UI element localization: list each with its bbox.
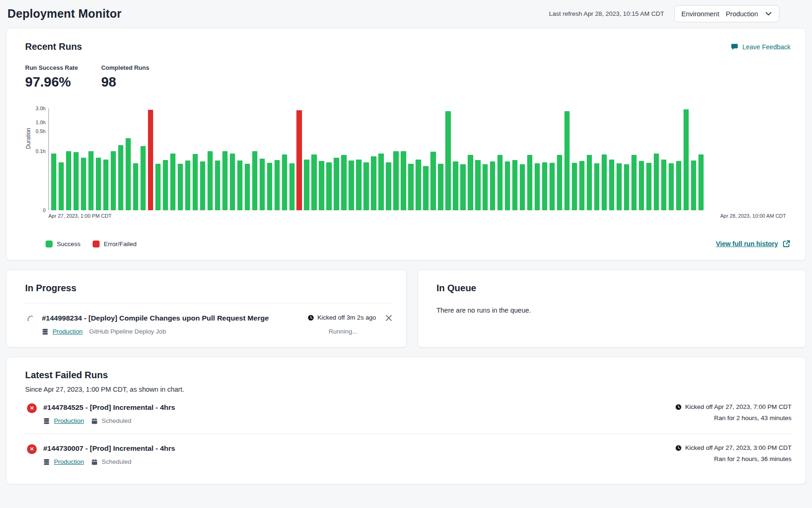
chart-bar-success[interactable] bbox=[126, 138, 131, 210]
chart-bar-success[interactable] bbox=[282, 154, 287, 210]
chart-bar-success[interactable] bbox=[408, 164, 413, 210]
in-queue-title: In Queue bbox=[436, 283, 792, 294]
environment-link[interactable]: Production bbox=[54, 458, 84, 465]
chart-bar-success[interactable] bbox=[497, 155, 503, 210]
chart-bar-success[interactable] bbox=[200, 161, 205, 210]
chart-bar-failed[interactable] bbox=[148, 110, 153, 210]
chart-bar-success[interactable] bbox=[215, 160, 220, 210]
chart-bar-success[interactable] bbox=[178, 164, 183, 210]
chart-bar-success[interactable] bbox=[185, 160, 190, 210]
environment-dropdown[interactable]: Environment Production bbox=[674, 5, 779, 22]
chart-bar-success[interactable] bbox=[252, 151, 257, 210]
chart-bar-success[interactable] bbox=[334, 158, 339, 210]
chart-bar-success[interactable] bbox=[260, 159, 265, 210]
chart-bar-success[interactable] bbox=[468, 155, 473, 210]
chart-bar-success[interactable] bbox=[319, 161, 324, 210]
chart-bar-success[interactable] bbox=[646, 163, 651, 210]
chart-bar-success[interactable] bbox=[564, 111, 570, 210]
chart-bar-success[interactable] bbox=[505, 161, 510, 210]
chart-bar-success[interactable] bbox=[542, 162, 547, 210]
chart-bar-success[interactable] bbox=[624, 164, 629, 210]
close-icon[interactable] bbox=[385, 314, 392, 323]
view-history-label: View full run history bbox=[716, 240, 778, 247]
chart-bar-success[interactable] bbox=[155, 164, 161, 210]
chart-bar-success[interactable] bbox=[51, 154, 56, 210]
chart-bar-success[interactable] bbox=[230, 154, 235, 210]
chart-bar-success[interactable] bbox=[639, 161, 644, 210]
chart-bar-success[interactable] bbox=[386, 162, 391, 210]
chart-bar-success[interactable] bbox=[423, 166, 428, 211]
chart-bar-success[interactable] bbox=[669, 163, 674, 210]
chart-bar-success[interactable] bbox=[587, 155, 592, 210]
chart-bar-success[interactable] bbox=[475, 160, 480, 210]
chart-bar-success[interactable] bbox=[133, 163, 138, 210]
chart-bar-success[interactable] bbox=[326, 162, 331, 210]
chart-bar-success[interactable] bbox=[341, 155, 346, 210]
chart-bar-success[interactable] bbox=[535, 163, 540, 210]
chart-bar-success[interactable] bbox=[445, 111, 450, 210]
in-progress-card: In Progress #144998234 - [Deploy] Compil… bbox=[6, 270, 407, 348]
chart-bar-success[interactable] bbox=[349, 160, 354, 210]
chart-bar-success[interactable] bbox=[289, 163, 295, 210]
chart-bar-success[interactable] bbox=[609, 160, 614, 210]
chart-bar-success[interactable] bbox=[267, 163, 272, 210]
chart-bar-success[interactable] bbox=[572, 163, 577, 210]
chart-bar-success[interactable] bbox=[81, 158, 86, 210]
chart-bar-success[interactable] bbox=[66, 151, 71, 210]
chart-bar-success[interactable] bbox=[617, 163, 622, 210]
chart-bar-success[interactable] bbox=[631, 155, 637, 210]
chart-bar-success[interactable] bbox=[654, 154, 659, 210]
chart-bar-success[interactable] bbox=[512, 160, 517, 210]
in-queue-card: In Queue There are no runs in the queue. bbox=[417, 270, 806, 348]
chart-bar-success[interactable] bbox=[378, 154, 383, 210]
chart-bar-success[interactable] bbox=[416, 160, 421, 210]
chart-bar-success[interactable] bbox=[222, 151, 228, 210]
chart-bar-success[interactable] bbox=[594, 163, 599, 210]
chart-bar-success[interactable] bbox=[96, 158, 101, 210]
chart-bar-success[interactable] bbox=[163, 160, 168, 210]
chart-bar-success[interactable] bbox=[103, 160, 108, 210]
chart-bar-success[interactable] bbox=[118, 145, 123, 210]
environment-link[interactable]: Production bbox=[53, 328, 83, 335]
chart-bar-success[interactable] bbox=[208, 151, 213, 210]
chart-bar-success[interactable] bbox=[371, 156, 376, 210]
chart-bar-success[interactable] bbox=[311, 154, 316, 210]
chart-bar-success[interactable] bbox=[698, 154, 704, 210]
chart-bar-success[interactable] bbox=[676, 161, 681, 210]
chart-bar-success[interactable] bbox=[483, 164, 488, 211]
chart-bar-success[interactable] bbox=[490, 161, 495, 210]
chart-bar-success[interactable] bbox=[237, 160, 242, 210]
chart-bar-success[interactable] bbox=[304, 160, 309, 210]
chart-bar-success[interactable] bbox=[602, 154, 607, 210]
environment-link[interactable]: Production bbox=[54, 417, 84, 424]
chart-bar-success[interactable] bbox=[430, 152, 436, 210]
chart-bar-success[interactable] bbox=[438, 164, 443, 210]
view-full-run-history-link[interactable]: View full run history bbox=[716, 240, 791, 248]
chart-bar-success[interactable] bbox=[111, 151, 116, 210]
chart-bar-success[interactable] bbox=[557, 155, 562, 210]
chart-bar-success[interactable] bbox=[691, 160, 696, 210]
chart-bar-success[interactable] bbox=[579, 161, 584, 210]
chart-bar-success[interactable] bbox=[527, 155, 532, 210]
chart-bar-success[interactable] bbox=[275, 160, 280, 210]
chart-bar-success[interactable] bbox=[453, 161, 458, 210]
chart-bar-success[interactable] bbox=[520, 164, 525, 211]
chart-bar-success[interactable] bbox=[193, 154, 198, 210]
chart-bar-success[interactable] bbox=[363, 162, 369, 210]
chart-bar-success[interactable] bbox=[460, 164, 465, 211]
chart-bar-success[interactable] bbox=[661, 160, 666, 210]
chart-bar-success[interactable] bbox=[401, 151, 406, 210]
chart-bar-success[interactable] bbox=[59, 162, 64, 210]
chart-bar-success[interactable] bbox=[88, 151, 94, 210]
leave-feedback-link[interactable]: Leave Feedback bbox=[731, 43, 791, 51]
chart-bar-success[interactable] bbox=[393, 151, 398, 210]
chart-bar-success[interactable] bbox=[550, 163, 555, 210]
chart-bar-success[interactable] bbox=[141, 146, 146, 210]
chart-bar-success[interactable] bbox=[245, 164, 250, 210]
chart-bar-success[interactable] bbox=[356, 160, 361, 210]
chart-bar-success[interactable] bbox=[170, 154, 175, 210]
duration-bar-chart: Duration 3.0h1.0h0.5h0.1h0 Apr 27, 2023,… bbox=[25, 106, 791, 227]
chart-bar-success[interactable] bbox=[74, 152, 79, 210]
chart-bar-success[interactable] bbox=[684, 109, 689, 210]
chart-bar-failed[interactable] bbox=[296, 110, 302, 210]
